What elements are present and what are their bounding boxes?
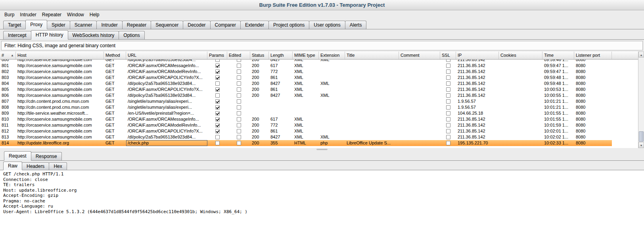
column-header-method[interactable]: Method [104, 52, 126, 59]
tab-comparer[interactable]: Comparer [210, 21, 241, 29]
tab-websockets-history[interactable]: WebSockets history [68, 31, 119, 39]
cell-url: /dl/policy/2a57ba965138e923d84... [126, 134, 207, 140]
menu-burp[interactable]: Burp [2, 11, 17, 18]
tab-user-options[interactable]: User options [309, 21, 345, 29]
history-row-802[interactable]: 802http://orcaservice.samsungmobile.comG… [0, 69, 612, 75]
column-label: Host [17, 52, 27, 59]
scroll-down-button[interactable]: ▼ [638, 142, 644, 148]
cell-url: /en-US/livetile/preinstall?region=... [126, 110, 207, 116]
cell-status: 200 [250, 128, 269, 134]
request-line: TE: trailers [3, 182, 641, 188]
column-label: Title [347, 52, 355, 59]
tab-response[interactable]: Response [31, 152, 62, 160]
cell-num: 806 [0, 92, 16, 98]
column-header-cookies[interactable]: Cookies [499, 52, 542, 59]
column-header-port[interactable]: Listener port [574, 52, 612, 59]
cell-num: 802 [0, 69, 16, 75]
cell-params [207, 92, 227, 98]
menu-intruder[interactable]: Intruder [17, 11, 39, 18]
scrollbar-thumb[interactable] [639, 131, 644, 142]
history-row-806[interactable]: 806http://orcaservice.samsungmobile.comG… [0, 92, 612, 98]
tab-intercept[interactable]: Intercept [3, 31, 31, 39]
cell-cookies [499, 69, 542, 75]
cell-edited [227, 134, 250, 140]
request-editor[interactable]: GET /check.php HTTP/1.1Connection: close… [0, 170, 644, 229]
tab-scanner[interactable]: Scanner [70, 21, 97, 29]
column-header-num[interactable]: #▲ [0, 52, 16, 59]
cell-status: 200 [250, 75, 269, 81]
column-header-mime[interactable]: MIME type [293, 52, 319, 59]
tab-project-options[interactable]: Project options [268, 21, 309, 29]
column-header-title[interactable]: Title [345, 52, 399, 59]
table-viewport[interactable]: 800http://orcaservice.samsungmobile.comG… [0, 60, 638, 148]
cell-ip: 104.66.25.18 [456, 110, 499, 116]
tab-proxy[interactable]: Proxy [25, 20, 47, 29]
tab-alerts[interactable]: Alerts [345, 21, 367, 29]
column-header-url[interactable]: URL [126, 52, 207, 59]
scroll-up-button[interactable]: ▲ [638, 52, 644, 58]
cell-extension [319, 98, 345, 104]
history-row-809[interactable]: 809http://tile-service.weather.microsoft… [0, 110, 612, 116]
cell-extension [319, 75, 345, 81]
column-header-comment[interactable]: Comment [399, 52, 440, 59]
cell-mime: XML [293, 63, 319, 69]
column-header-params[interactable]: Params [207, 52, 227, 59]
history-row-808[interactable]: 808http://cdn.content.prod.cms.msn.comGE… [0, 104, 612, 110]
tab-repeater[interactable]: Repeater [122, 21, 151, 29]
cell-url: /dl/policy/2a57ba965138e923d84... [126, 81, 207, 87]
column-header-host[interactable]: Host [16, 52, 104, 59]
tab-options[interactable]: Options [119, 31, 144, 39]
tab-spider[interactable]: Spider [47, 21, 70, 29]
filter-bar[interactable]: Filter: Hiding CSS, image and general bi… [1, 41, 643, 50]
history-row-810[interactable]: 810http://orcaservice.samsungmobile.comG… [0, 116, 612, 122]
tab-hex[interactable]: Hex [49, 162, 67, 170]
menu-window[interactable]: Window [64, 11, 87, 18]
cell-url: /ORCAIF.asmx/ORCAMessageInfo... [126, 63, 207, 69]
cell-extension [319, 122, 345, 128]
cell-length: 617 [269, 63, 293, 69]
history-row-813[interactable]: 813http://orcaservice.samsungmobile.comG… [0, 134, 612, 140]
column-header-time[interactable]: Time [542, 52, 574, 59]
cell-cookies [499, 110, 542, 116]
tab-extender[interactable]: Extender [240, 21, 269, 29]
cell-title [345, 128, 399, 134]
column-header-ip[interactable]: IP [456, 52, 499, 59]
cell-title [345, 110, 399, 116]
history-row-800[interactable]: 800http://orcaservice.samsungmobile.comG… [0, 60, 612, 63]
cell-num: 814 [0, 140, 16, 146]
edited-checkbox [237, 123, 241, 127]
column-header-length[interactable]: Length [269, 52, 293, 59]
panel-splitter[interactable] [0, 148, 644, 151]
history-row-811[interactable]: 811http://orcaservice.samsungmobile.comG… [0, 122, 612, 128]
tab-headers[interactable]: Headers [22, 162, 49, 170]
tab-raw[interactable]: Raw [3, 162, 22, 170]
ssl-checkbox [446, 60, 450, 62]
tab-http-history[interactable]: HTTP history [31, 30, 68, 40]
column-header-edited[interactable]: Edited [227, 52, 250, 59]
cell-edited [227, 87, 250, 92]
column-header-extension[interactable]: Extension [319, 52, 345, 59]
history-row-812[interactable]: 812http://orcaservice.samsungmobile.comG… [0, 128, 612, 134]
cell-params [207, 87, 227, 92]
params-checkbox [215, 105, 220, 110]
column-header-ssl[interactable]: SSL [440, 52, 456, 59]
history-row-814[interactable]: 814http://update.libreoffice.orgGET/chec… [0, 140, 612, 146]
history-row-807[interactable]: 807http://cdn.content.prod.cms.msn.comGE… [0, 98, 612, 104]
tab-request[interactable]: Request [4, 151, 31, 161]
tab-target[interactable]: Target [3, 21, 26, 29]
history-row-805[interactable]: 805http://orcaservice.samsungmobile.comG… [0, 87, 612, 92]
cell-cookies [499, 128, 542, 134]
tab-intruder[interactable]: Intruder [96, 21, 122, 29]
cell-port: 8080 [574, 81, 612, 87]
history-row-803[interactable]: 803http://orcaservice.samsungmobile.comG… [0, 75, 612, 81]
vertical-scrollbar[interactable]: ▲ ▼ [638, 52, 644, 148]
column-header-status[interactable]: Status [250, 52, 269, 59]
tab-decoder[interactable]: Decoder [183, 21, 210, 29]
tab-sequencer[interactable]: Sequencer [151, 21, 183, 29]
params-checkbox [215, 64, 220, 68]
menu-repeater[interactable]: Repeater [39, 11, 64, 18]
history-row-804[interactable]: 804http://orcaservice.samsungmobile.comG… [0, 81, 612, 87]
menu-help[interactable]: Help [87, 11, 102, 18]
cell-params [207, 116, 227, 122]
history-row-801[interactable]: 801http://orcaservice.samsungmobile.comG… [0, 63, 612, 69]
